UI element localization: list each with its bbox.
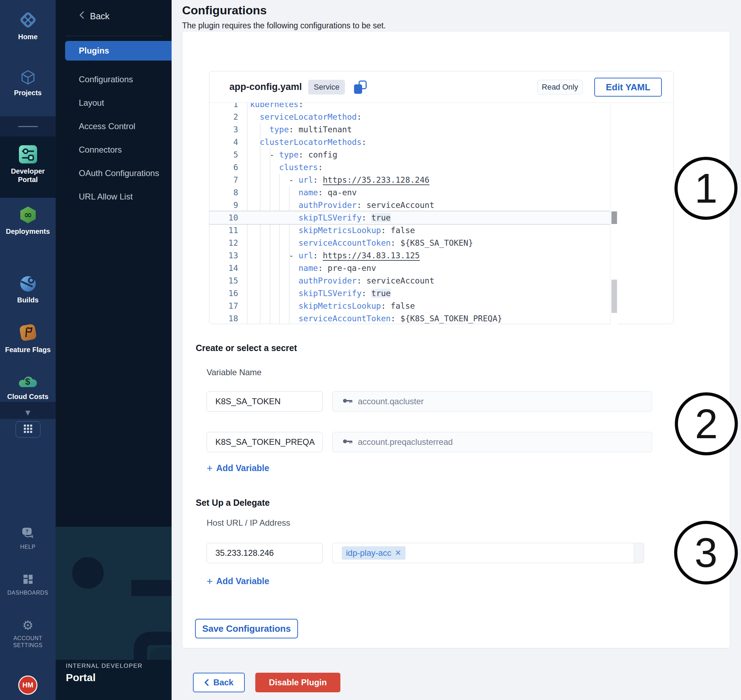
- subnav-item-connectors[interactable]: Connectors: [65, 140, 172, 160]
- read-only-badge: Read Only: [537, 80, 583, 94]
- subnav-item-layout[interactable]: Layout: [65, 93, 172, 113]
- sidebar-item-cloud-costs[interactable]: $ Cloud Costs: [0, 373, 56, 401]
- brand-eyebrow: INTERNAL DEVELOPER: [66, 663, 172, 669]
- host-url-input[interactable]: [206, 543, 323, 563]
- dashboards-grid-icon: [22, 580, 34, 586]
- add-variable-button-secrets[interactable]: + Add Variable: [206, 463, 269, 473]
- code-line-15: 15 authProvider: serviceAccount: [209, 274, 618, 287]
- svg-text:$: $: [25, 376, 30, 387]
- annotation-circle-1: 1: [675, 157, 738, 220]
- code-line-1: 1kubernetes:: [209, 103, 618, 110]
- code-line-13: 13 - url: https://34.83.13.125: [209, 249, 618, 262]
- secret-reference: account.qacluster: [358, 397, 424, 406]
- brand-footer: INTERNAL DEVELOPER Portal: [56, 660, 172, 700]
- service-badge: Service: [308, 80, 345, 94]
- code-line-6: 6 clusters:: [209, 161, 618, 174]
- sidebar-item-home[interactable]: Home: [0, 10, 56, 41]
- code-scrollbar[interactable]: [610, 103, 618, 324]
- disable-plugin-button[interactable]: Disable Plugin: [255, 673, 340, 692]
- module-rail: Home Projects Developer Portal ∞ Deploym…: [0, 0, 56, 700]
- copy-icon[interactable]: [354, 81, 367, 94]
- delegate-tags-input[interactable]: idp-play-acc ✕: [332, 543, 634, 563]
- grid-dots-icon: [23, 424, 33, 435]
- sidebar-item-dashboards[interactable]: DASHBOARDS: [0, 573, 56, 596]
- code-line-5: 5 - type: config: [209, 149, 618, 161]
- subnav-item-url-allow-list[interactable]: URL Allow List: [65, 187, 172, 206]
- scrollbar-thumb[interactable]: [611, 279, 617, 313]
- feature-flag-icon: [0, 323, 56, 342]
- variable-name-input-2[interactable]: [206, 432, 323, 452]
- builds-sphere-icon: [0, 275, 56, 293]
- code-lines: 1kubernetes:2 serviceLocatorMethod:3 typ…: [209, 103, 618, 324]
- tag-input-end-cap: [634, 543, 644, 563]
- remove-tag-icon[interactable]: ✕: [395, 549, 401, 557]
- code-line-10: 10 skipTLSVerify: true: [209, 212, 618, 224]
- subnav-item-oauth-configurations[interactable]: OAuth Configurations: [65, 163, 172, 183]
- code-line-4: 4 clusterLocatorMethods:: [209, 136, 618, 149]
- scrollbar-thumb[interactable]: [611, 212, 617, 224]
- sidebar-item-feature-flags[interactable]: Feature Flags: [0, 323, 56, 354]
- code-line-8: 8 name: qa-env: [209, 186, 618, 199]
- save-configurations-button[interactable]: Save Configurations: [195, 619, 298, 638]
- chevron-left-icon: [204, 679, 209, 686]
- subnav-item-plugins[interactable]: Plugins: [65, 41, 172, 60]
- subnav-item-configurations[interactable]: Configurations: [65, 70, 172, 89]
- plus-icon: +: [206, 577, 213, 586]
- secrets-heading: Create or select a secret: [196, 343, 297, 353]
- chevron-down-icon[interactable]: ▼: [0, 409, 56, 416]
- code-line-12: 12 serviceAccountToken: ${K8S_SA_TOKEN}: [209, 237, 618, 249]
- annotation-circle-2: 2: [675, 392, 738, 455]
- plus-icon: +: [206, 464, 213, 473]
- sidebar-item-projects[interactable]: Projects: [0, 69, 56, 97]
- secret-reference: account.preqaclusterread: [358, 437, 453, 447]
- code-line-14: 14 name: pre-qa-env: [209, 262, 618, 274]
- sidebar-item-help[interactable]: ? HELP: [0, 527, 56, 550]
- code-line-16: 16 skipTLSVerify: true: [209, 287, 618, 300]
- developer-portal-icon: [0, 145, 56, 164]
- gear-icon: ⚙: [22, 618, 33, 632]
- decorative-bar: [131, 580, 172, 596]
- code-line-11: 11 skipMetricsLookup: false: [209, 224, 618, 237]
- secret-selector-1[interactable]: account.qacluster: [332, 391, 652, 412]
- subnav-item-access-control[interactable]: Access Control: [65, 116, 172, 136]
- sidebar-item-developer-portal[interactable]: Developer Portal: [0, 145, 56, 184]
- page-subtitle: The plugin requires the following config…: [182, 21, 386, 31]
- harness-logo-icon: [0, 10, 56, 29]
- page-title: Configurations: [182, 3, 267, 17]
- code-line-7: 7 - url: https://35.233.128.246: [209, 174, 618, 186]
- back-button[interactable]: Back: [193, 673, 245, 692]
- sidebar-item-deployments[interactable]: ∞ Deployments: [0, 206, 56, 235]
- code-line-18: 18 serviceAccountToken: ${K8S_SA_TOKEN_P…: [209, 312, 618, 324]
- svg-text:?: ?: [25, 528, 28, 534]
- delegate-heading: Set Up a Delegate: [196, 498, 270, 508]
- code-line-2: 2 serviceLocatorMethod:: [209, 110, 618, 123]
- rail-divider: [18, 126, 38, 127]
- secret-selector-2[interactable]: account.preqaclusterread: [332, 432, 652, 452]
- yaml-editor-card: app-config.yaml Service Read Only Edit Y…: [209, 71, 674, 324]
- annotation-circle-3: 3: [674, 521, 738, 584]
- module-picker-button[interactable]: [15, 421, 41, 438]
- sidebar-item-account-settings[interactable]: ⚙ ACCOUNT SETTINGS: [0, 619, 56, 649]
- delegate-tag-chip: idp-play-acc ✕: [342, 546, 405, 560]
- main-content: Configurations The plugin requires the f…: [172, 0, 741, 700]
- chevron-left-icon: [79, 10, 84, 22]
- edit-yaml-button[interactable]: Edit YAML: [594, 78, 662, 97]
- variable-name-label: Variable Name: [206, 368, 262, 377]
- sidebar-item-builds[interactable]: Builds: [0, 275, 56, 304]
- add-variable-button-delegate[interactable]: + Add Variable: [206, 576, 269, 586]
- deployments-hexagon-icon: ∞: [0, 206, 56, 224]
- brand-title: Portal: [66, 672, 172, 684]
- code-line-17: 17 skipMetricsLookup: false: [209, 300, 618, 312]
- divider: [65, 36, 162, 36]
- code-line-3: 3 type: multiTenant: [209, 123, 618, 136]
- host-url-label: Host URL / IP Address: [206, 518, 290, 528]
- cloud-dollar-icon: $: [0, 373, 56, 389]
- subnav-back-button[interactable]: Back: [79, 10, 110, 22]
- variable-name-input-1[interactable]: [206, 391, 323, 412]
- cube-icon: [0, 69, 56, 85]
- yaml-code-viewer: 1kubernetes:2 serviceLocatorMethod:3 typ…: [209, 103, 618, 324]
- yaml-editor-header: app-config.yaml Service Read Only Edit Y…: [209, 71, 673, 103]
- key-icon: [342, 397, 353, 406]
- user-avatar[interactable]: HM: [18, 675, 37, 695]
- code-line-9: 9 authProvider: serviceAccount: [209, 199, 618, 212]
